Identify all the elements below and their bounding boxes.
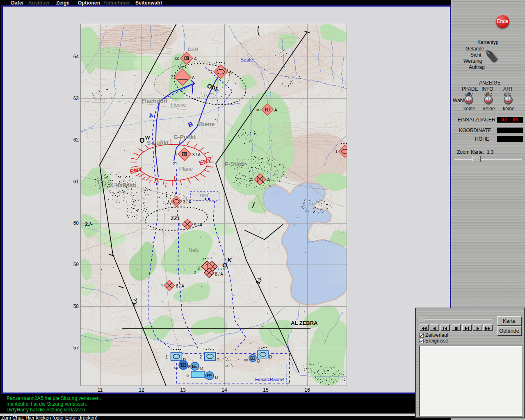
svg-text:D: D — [257, 359, 260, 363]
svg-text:1: 1 — [165, 355, 168, 359]
svg-text:B104: B104 — [188, 47, 199, 52]
svg-text:X-Hausen: X-Hausen — [110, 182, 136, 189]
svg-text:4: 4 — [174, 152, 177, 157]
svg-text:D89: D89 — [200, 193, 208, 198]
svg-text:A: A — [194, 57, 197, 61]
svg-text:O: O — [139, 137, 144, 144]
svg-text:A: A — [267, 178, 270, 182]
svg-text:D: D — [217, 358, 219, 362]
svg-text:D: D — [200, 366, 203, 371]
svg-text:1: 1 — [167, 199, 170, 204]
svg-text:7: 7 — [171, 75, 173, 80]
svg-text:A: A — [229, 70, 232, 75]
svg-text:D: D — [269, 355, 272, 359]
svg-text:2: 2 — [194, 270, 196, 275]
svg-text:xo: xo — [244, 358, 248, 362]
svg-text:W: W — [145, 135, 150, 141]
svg-text:2: 2 — [199, 355, 202, 359]
svg-text:11: 11 — [249, 177, 253, 182]
svg-text:2: 2 — [197, 266, 200, 271]
svg-text:Hecke: Hecke — [171, 102, 186, 108]
svg-text:O: O — [222, 262, 227, 269]
svg-text:ZZ1: ZZ1 — [171, 215, 180, 221]
svg-text:8 / A: 8 / A — [176, 284, 184, 288]
svg-text:Saale: Saale — [240, 57, 253, 63]
svg-text:8 / A: 8 / A — [215, 272, 223, 276]
svg-text:co: co — [175, 56, 179, 61]
svg-text:S-Punkt: S-Punkt — [147, 139, 169, 146]
svg-text:4: 4 — [160, 283, 163, 288]
svg-text:P-Stadt: P-Stadt — [225, 161, 245, 167]
svg-text:2./-: 2./- — [85, 221, 93, 227]
svg-text:Ebene: Ebene — [197, 121, 215, 128]
svg-text:G-Punkt: G-Punkt — [173, 134, 196, 140]
svg-text:A: A — [192, 75, 195, 80]
svg-text:1: 1 — [335, 149, 338, 154]
svg-text:xo: xo — [256, 107, 260, 112]
svg-text:21: 21 — [173, 162, 178, 166]
svg-text:AL ZEBRA: AL ZEBRA — [291, 320, 318, 326]
svg-text:Netz: Netz — [189, 247, 199, 253]
svg-text:EinsatzRaum4 / -: EinsatzRaum4 / - — [255, 377, 290, 382]
svg-text:6: 6 — [186, 373, 189, 378]
svg-text:Pläne: Pläne — [179, 166, 193, 172]
svg-text:7: 7 — [204, 376, 206, 380]
svg-text:Flachdorf: Flachdorf — [142, 98, 168, 104]
svg-text:co: co — [174, 365, 178, 370]
svg-text:9 / A: 9 / A — [194, 223, 202, 227]
svg-text:D: D — [215, 375, 218, 380]
svg-text:3 / A: 3 / A — [192, 153, 201, 157]
svg-text:3 / A: 3 / A — [183, 200, 191, 204]
svg-text:2: 2 — [210, 70, 212, 74]
svg-text:8: 8 — [188, 365, 190, 369]
svg-text:1: 1 — [178, 222, 181, 227]
svg-text:A: A — [274, 108, 277, 112]
